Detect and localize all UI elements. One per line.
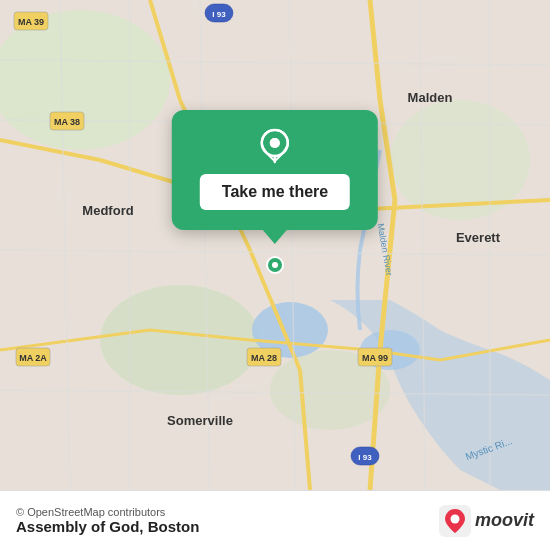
svg-text:Everett: Everett	[456, 230, 501, 245]
svg-text:MA 28: MA 28	[251, 353, 277, 363]
take-me-there-button[interactable]: Take me there	[200, 174, 350, 210]
location-title: Assembly of God, Boston	[16, 518, 199, 535]
svg-text:I 93: I 93	[358, 453, 372, 462]
svg-text:Malden: Malden	[408, 90, 453, 105]
svg-text:Somerville: Somerville	[167, 413, 233, 428]
svg-text:I 93: I 93	[212, 10, 226, 19]
popup-card: Take me there	[172, 110, 378, 230]
svg-text:Medford: Medford	[82, 203, 133, 218]
copyright-text: © OpenStreetMap contributors	[16, 506, 199, 518]
svg-point-60	[450, 514, 459, 523]
moovit-brand-text: moovit	[475, 510, 534, 531]
svg-point-58	[270, 138, 280, 148]
svg-point-55	[272, 262, 278, 268]
moovit-logo: moovit	[439, 505, 534, 537]
info-left: © OpenStreetMap contributors Assembly of…	[16, 506, 199, 535]
map-container: MA 39 I 93 MA 38 Malden MA 28 MA 99 MA 2…	[0, 0, 550, 490]
location-pin-icon	[257, 128, 293, 164]
svg-text:MA 39: MA 39	[18, 17, 44, 27]
moovit-logo-icon	[439, 505, 471, 537]
info-bar: © OpenStreetMap contributors Assembly of…	[0, 490, 550, 550]
svg-text:MA 99: MA 99	[362, 353, 388, 363]
svg-text:MA 2A: MA 2A	[19, 353, 47, 363]
svg-text:MA 38: MA 38	[54, 117, 80, 127]
